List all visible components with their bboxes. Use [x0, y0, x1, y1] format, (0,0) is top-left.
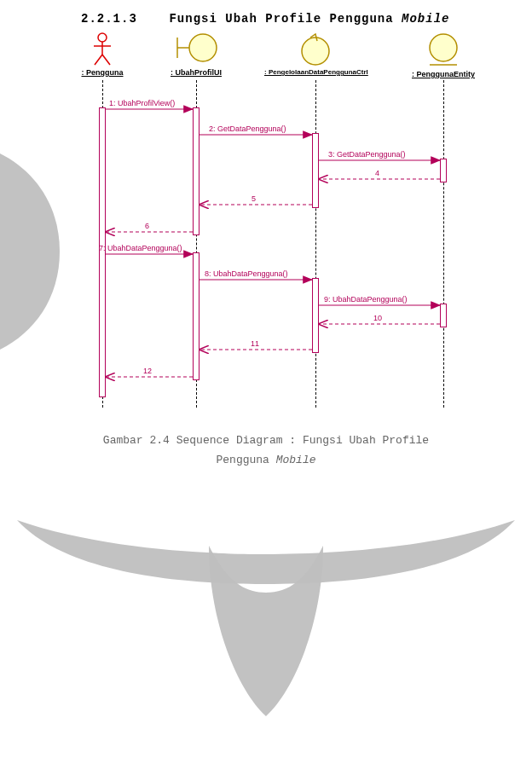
heading-text-italic: Mobile: [402, 12, 449, 26]
caption-line1: Gambar 2.4 Sequence Diagram : Fungsi Uba…: [103, 434, 429, 447]
heading-number: 2.2.1.3: [81, 12, 137, 26]
message-label: 2: GetDataPengguna(): [209, 124, 286, 133]
sequence-diagram: : Pengguna : UbahProfilUI : PengelolaanD…: [43, 32, 503, 408]
caption-line2b: Mobile: [276, 454, 316, 466]
caption-line2a: Pengguna: [216, 454, 275, 466]
message-label: 6: [145, 222, 149, 230]
message-arrows: [43, 32, 503, 408]
section-heading: 2.2.1.3 Fungsi Ubah Profile Pengguna Mob…: [81, 12, 449, 26]
figure-caption: Gambar 2.4 Sequence Diagram : Fungsi Uba…: [0, 431, 532, 471]
message-label: 12: [143, 367, 152, 375]
message-label: 9: UbahDataPengguna(): [324, 295, 408, 304]
message-label: 5: [252, 194, 256, 203]
message-label: 8: UbahDataPengguna(): [205, 269, 288, 278]
message-label: 10: [373, 314, 382, 322]
watermark-shield: [209, 546, 323, 716]
message-label: 7: UbahDataPengguna(): [99, 244, 182, 252]
message-label: 4: [375, 169, 379, 177]
message-label: 1: UbahProfilView(): [109, 99, 175, 107]
message-label: 11: [251, 339, 259, 348]
message-label: 3: GetDataPengguna(): [328, 150, 406, 159]
heading-text: Fungsi Ubah Profile Pengguna: [169, 12, 402, 26]
